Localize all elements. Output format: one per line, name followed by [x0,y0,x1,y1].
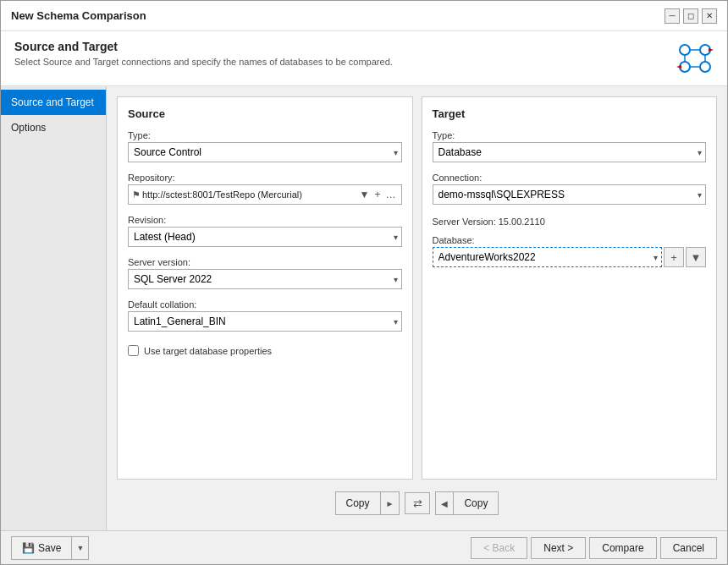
title-bar: New Schema Comparison ─ ◻ ✕ [1,1,727,31]
main-content: Source and Target Options Source Type: S [1,86,727,530]
next-button[interactable]: Next > [531,537,586,559]
use-target-props-label: Use target database properties [144,346,272,356]
header-section: Source and Target Select Source and Targ… [1,31,727,86]
copy-left-arrow-button[interactable]: ► [380,492,400,514]
svg-marker-8 [709,48,714,52]
target-connection-group: Connection: demo-mssql\SQLEXPRESS [433,173,707,205]
nav-buttons: < Back Next > Compare Cancel [471,537,717,559]
window-title: New Schema Comparison [11,9,146,22]
maximize-button[interactable]: ◻ [683,8,698,24]
svg-point-0 [680,45,690,55]
source-type-select[interactable]: Source Control Database [128,142,402,162]
sidebar: Source and Target Options [1,86,107,530]
main-window: New Schema Comparison ─ ◻ ✕ Source and T… [0,0,728,565]
save-group: 💾 Save ▼ [11,536,89,560]
source-collation-label: Default collation: [128,299,402,310]
source-server-version-select-container: SQL Server 2022 SQL Server 2019 SQL Serv… [128,269,402,289]
header-text: Source and Target Select Source and Targ… [14,40,393,67]
source-type-select-container: Source Control Database [128,142,402,162]
target-database-select[interactable]: AdventureWorks2022 [433,247,663,267]
source-collation-select-container: Latin1_General_BIN SQL_Latin1_General_CP… [128,311,402,332]
schema-compare-icon [676,40,714,77]
source-collation-group: Default collation: Latin1_General_BIN SQ… [128,299,402,332]
copy-right-arrow-button[interactable]: ◀ [436,492,454,514]
swap-button[interactable]: ⇄ [405,492,430,514]
target-panel: Target Type: Database Source Control [422,96,718,480]
source-repository-group: Repository: ⚑ http://sctest:8001/TestRep… [128,173,402,205]
target-database-label: Database: [433,235,707,245]
source-server-version-group: Server version: SQL Server 2022 SQL Serv… [128,257,402,289]
header-subtitle: Select Source and Target connections and… [14,57,393,67]
source-revision-select-container: Latest (Head) [128,227,402,247]
source-panel-title: Source [128,107,402,120]
copy-right-group: ◀ Copy [435,491,499,515]
close-button[interactable]: ✕ [702,8,717,24]
target-server-version-text: Server Version: 15.00.2110 [433,217,707,227]
target-type-label: Type: [433,130,707,140]
bottom-bar: 💾 Save ▼ < Back Next > Compare Cancel [1,530,727,564]
target-database-dropdown-btn[interactable]: ▼ [686,247,706,267]
source-collation-select[interactable]: Latin1_General_BIN SQL_Latin1_General_CP… [128,311,402,332]
save-icon: 💾 [22,542,35,554]
target-type-group: Type: Database Source Control [433,130,707,162]
svg-point-3 [700,62,710,72]
sidebar-item-source-and-target[interactable]: Source and Target [1,90,106,115]
repository-dropdown-btn[interactable]: ▼ [358,188,372,201]
target-connection-select-container: demo-mssql\SQLEXPRESS [433,184,707,205]
source-panel: Source Type: Source Control Database [117,96,413,480]
source-type-group: Type: Source Control Database [128,130,402,162]
target-database-group: Database: AdventureWorks2022 + ▼ [433,235,707,267]
compare-button[interactable]: Compare [589,537,656,559]
target-type-select[interactable]: Database Source Control [433,142,707,162]
source-repository-label: Repository: [128,173,402,183]
source-revision-select[interactable]: Latest (Head) [128,227,402,247]
back-button[interactable]: < Back [471,537,527,559]
source-server-version-select[interactable]: SQL Server 2022 SQL Server 2019 SQL Serv… [128,269,402,289]
window-controls: ─ ◻ ✕ [665,8,717,24]
target-type-select-container: Database Source Control [433,142,707,162]
copy-bar: Copy ► ⇄ ◀ Copy [117,486,717,520]
repository-more-btn[interactable]: … [384,188,398,201]
header-title: Source and Target [14,40,393,53]
target-database-row: AdventureWorks2022 + ▼ [433,247,707,267]
source-repository-row: ⚑ http://sctest:8001/TestRepo (Mercurial… [128,184,402,205]
copy-right-button[interactable]: Copy [454,492,498,514]
sidebar-item-options[interactable]: Options [1,115,106,140]
copy-left-group: Copy ► [335,491,400,515]
use-target-props-checkbox[interactable] [128,345,139,356]
target-connection-select[interactable]: demo-mssql\SQLEXPRESS [433,184,707,205]
minimize-button[interactable]: ─ [665,8,680,24]
save-label: Save [38,542,61,554]
save-button[interactable]: 💾 Save [12,537,71,559]
svg-marker-9 [676,65,681,69]
target-connection-label: Connection: [433,173,707,183]
repository-icon: ⚑ [132,189,141,200]
repository-text: http://sctest:8001/TestRepo (Mercurial) [142,189,356,200]
panels-row: Source Type: Source Control Database [117,96,717,480]
repository-add-btn[interactable]: + [372,188,382,201]
source-revision-group: Revision: Latest (Head) [128,215,402,247]
target-database-add-btn[interactable]: + [664,247,684,267]
target-database-select-wrapper: AdventureWorks2022 [433,247,663,267]
content-area: Source Type: Source Control Database [107,86,727,530]
copy-left-button[interactable]: Copy [336,492,380,514]
target-panel-title: Target [433,107,707,120]
source-type-label: Type: [128,130,402,140]
header-icon [676,40,714,77]
source-revision-label: Revision: [128,215,402,225]
source-server-version-label: Server version: [128,257,402,267]
save-dropdown-button[interactable]: ▼ [71,537,88,559]
source-checkbox-row: Use target database properties [128,345,402,356]
cancel-button[interactable]: Cancel [660,537,717,559]
